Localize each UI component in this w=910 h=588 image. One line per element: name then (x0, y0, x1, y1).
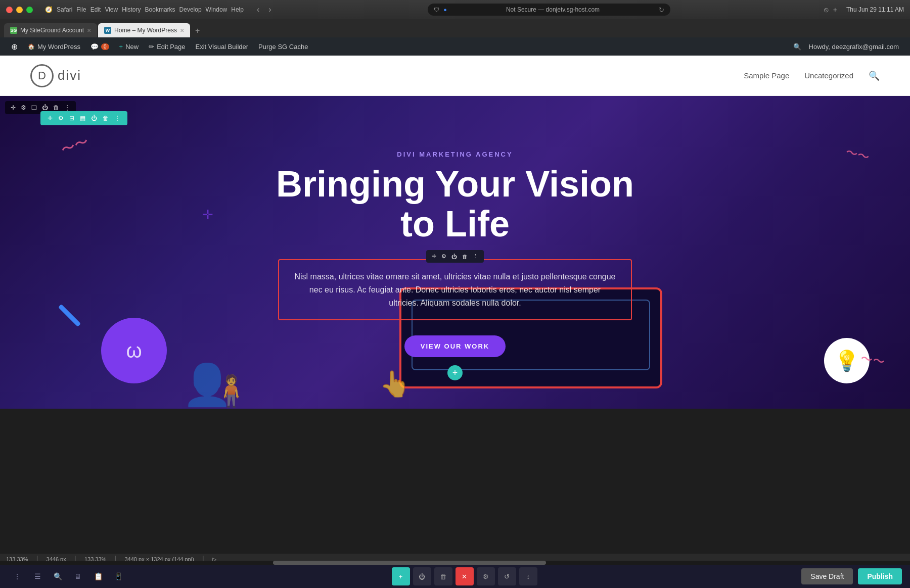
site-search-icon[interactable]: 🔍 (869, 70, 880, 81)
tab-wordpress-label: Home – My WordPress (114, 27, 177, 34)
tab-siteground[interactable]: SG My SiteGround Account ✕ (4, 23, 97, 37)
menu-view[interactable]: View (105, 6, 118, 13)
wp-site-name-item[interactable]: 🏠 My WordPress (23, 37, 85, 56)
divi-tablet-icon[interactable]: 📋 (89, 567, 107, 585)
wp-exit-builder-item[interactable]: Exit Visual Builder (191, 37, 254, 56)
module-toolbar: ✛ ⚙ ⏻ 🗑 ⋮ (426, 250, 484, 263)
minimize-button[interactable] (16, 7, 23, 13)
wp-site-name-label: My WordPress (37, 43, 80, 51)
app-name: 🧭 (45, 6, 53, 13)
forward-button[interactable]: › (265, 4, 274, 15)
divi-power-icon[interactable]: ⏻ (413, 567, 431, 585)
hero-title-line1: Bringing Your Vision (276, 164, 634, 204)
wp-new-label: New (125, 43, 139, 51)
tab-wordpress[interactable]: W Home – My WordPress ✕ (98, 23, 190, 37)
wp-new-item[interactable]: + New (114, 37, 144, 56)
module-add-icon[interactable]: ✛ (430, 252, 438, 261)
divi-settings-icon[interactable]: ⚙ (477, 567, 495, 585)
row-columns-icon[interactable]: ▦ (78, 114, 87, 123)
logo-d-letter: D (38, 69, 46, 82)
wp-howdy-item[interactable]: 🔍 Howdy, deezgrafix@gmail.com (788, 37, 904, 56)
wp-admin-right: 🔍 Howdy, deezgrafix@gmail.com (788, 37, 904, 56)
wp-logo-item[interactable]: ⊕ (6, 37, 23, 56)
menu-develop[interactable]: Develop (179, 6, 202, 13)
back-button[interactable]: ‹ (254, 4, 262, 15)
url-bar-area: 🛡 ● Not Secure — donjetv.sg-host.com ↻ (279, 4, 820, 16)
wp-admin-bar: ⊕ 🏠 My WordPress 💬 0 + New ✏ Edit Page E… (0, 37, 910, 56)
divi-more-icon[interactable]: ⋮ (8, 567, 26, 585)
wp-comments-item[interactable]: 💬 0 (85, 37, 114, 56)
nav-buttons: ‹ › (254, 4, 275, 15)
site-logo[interactable]: D divi (30, 64, 81, 87)
share-icon[interactable]: ⎋ (824, 6, 828, 14)
row-more-icon[interactable]: ⋮ (112, 114, 122, 123)
reload-icon: ● (443, 7, 447, 13)
status-bar: 133.33% | 3446 px | 133.33% | 3440 px × … (0, 554, 910, 565)
cta-button[interactable]: VIEW OUR WORK (404, 335, 506, 357)
menu-window[interactable]: Window (206, 6, 228, 13)
divi-add-module-icon[interactable]: + (392, 567, 410, 585)
add-tab-icon[interactable]: + (833, 6, 837, 14)
refresh-icon[interactable]: ↻ (659, 6, 664, 14)
module-more-icon[interactable]: ⋮ (471, 252, 480, 261)
row-delete-icon[interactable]: 🗑 (101, 114, 111, 123)
section-settings-icon[interactable]: ⚙ (19, 103, 28, 112)
search-icon-admin[interactable]: 🔍 (793, 43, 801, 51)
menu-edit[interactable]: Edit (90, 6, 101, 13)
section-add-icon[interactable]: ✛ (9, 103, 17, 112)
new-tab-button[interactable]: + (195, 26, 200, 37)
section-duplicate-icon[interactable]: ❏ (30, 103, 38, 112)
divi-history-icon[interactable]: ↺ (498, 567, 516, 585)
menu-history[interactable]: History (122, 6, 141, 13)
text-module[interactable]: ✛ ⚙ ⏻ 🗑 ⋮ Nisl massa, ultrices vitae orn… (278, 259, 632, 320)
tab-close-wordpress[interactable]: ✕ (180, 28, 184, 33)
tab-close-siteground[interactable]: ✕ (87, 28, 91, 33)
module-delete-icon[interactable]: 🗑 (461, 253, 469, 261)
menu-help[interactable]: Help (231, 6, 244, 13)
url-bar[interactable]: 🛡 ● Not Secure — donjetv.sg-host.com ↻ (428, 4, 670, 16)
divi-layers-icon[interactable]: ☰ (28, 567, 47, 585)
app-menu: 🧭 Safari File Edit View History Bookmark… (45, 6, 244, 13)
my-wordpress-icon: 🏠 (28, 43, 35, 50)
menu-file[interactable]: File (76, 6, 86, 13)
publish-button[interactable]: Publish (858, 568, 902, 584)
scroll-thumb[interactable] (273, 561, 546, 565)
row-add-icon[interactable]: ✛ (46, 114, 55, 123)
wp-purge-cache-item[interactable]: Purge SG Cache (253, 37, 313, 56)
divi-module-controls: + ⏻ 🗑 ✕ ⚙ ↺ ↕ (127, 567, 801, 585)
hero-label: DIVI MARKETING AGENCY (397, 151, 513, 158)
row-layout-icon[interactable]: ⊟ (67, 114, 76, 123)
fullscreen-button[interactable] (26, 7, 33, 13)
siteground-tab-icon: SG (10, 27, 17, 34)
divi-desktop-icon[interactable]: 🖥 (69, 567, 87, 585)
add-module-button[interactable]: + (447, 365, 463, 380)
scroll-bar[interactable] (0, 561, 910, 565)
menu-bookmarks[interactable]: Bookmarks (145, 6, 175, 13)
howdy-text: Howdy, deezgrafix@gmail.com (809, 43, 899, 51)
row-settings-icon[interactable]: ⚙ (56, 114, 66, 123)
menu-safari[interactable]: Safari (57, 6, 72, 13)
comment-icon: 💬 (90, 43, 99, 51)
site-nav: Sample Page Uncategorized 🔍 (744, 70, 880, 81)
save-draft-button[interactable]: Save Draft (801, 568, 853, 584)
wp-exit-builder-label: Exit Visual Builder (196, 43, 249, 51)
divi-resize-icon[interactable]: ↕ (519, 567, 537, 585)
tab-siteground-label: My SiteGround Account (20, 27, 84, 34)
plus-icon: + (119, 43, 123, 51)
wp-edit-page-item[interactable]: ✏ Edit Page (144, 37, 190, 56)
nav-sample-page[interactable]: Sample Page (744, 71, 789, 80)
row-disable-icon[interactable]: ⏻ (89, 114, 99, 123)
divi-search-icon[interactable]: 🔍 (49, 567, 67, 585)
divi-trash-icon[interactable]: 🗑 (434, 567, 452, 585)
module-settings-icon[interactable]: ⚙ (440, 252, 448, 261)
divi-mobile-icon[interactable]: 📱 (109, 567, 127, 585)
hero-content: DIVI MARKETING AGENCY Bringing Your Visi… (20, 151, 890, 388)
titlebar: 🧭 Safari File Edit View History Bookmark… (0, 0, 910, 19)
nav-uncategorized[interactable]: Uncategorized (804, 71, 853, 80)
wordpress-tab-icon: W (104, 27, 111, 34)
datetime: Thu Jun 29 11:11 AM (846, 6, 904, 13)
close-button[interactable] (6, 7, 13, 13)
module-disable-icon[interactable]: ⏻ (450, 253, 459, 261)
wp-edit-page-label: Edit Page (157, 43, 185, 51)
divi-close-icon[interactable]: ✕ (456, 567, 474, 585)
